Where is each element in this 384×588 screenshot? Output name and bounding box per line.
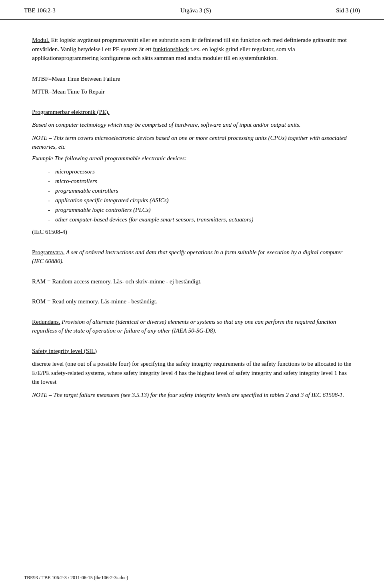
redundans-term: Redundans.	[32, 319, 60, 325]
redundans-paragraph: Redundans. Provision of alternate (ident…	[32, 317, 352, 335]
pe-heading-para: Programmerbar elektronik (PE).	[32, 108, 352, 117]
programvara-term: Programvara.	[32, 249, 64, 255]
ram-definition: RAM = Random access memory. Läs- och skr…	[32, 277, 352, 286]
footer-text: TBE93 / TBE 106:2-3 / 2011-06-15 (tbe106…	[24, 575, 128, 580]
header-page: Sid 3 (10)	[336, 7, 360, 14]
sil-note: NOTE – The target failure measures (see …	[32, 391, 352, 400]
list-item: micro-controllers	[48, 176, 352, 186]
sil-def1: discrete level (one out of a possible fo…	[32, 359, 352, 387]
modul-definition: Modul. Ett logiskt avgränsat programavsn…	[32, 36, 352, 63]
modul-paragraph: Modul. Ett logiskt avgränsat programavsn…	[32, 36, 352, 63]
list-item: other computer-based devices (for exampl…	[48, 215, 352, 224]
mtbf-section: MTBF=Mean Time Between Failure MTTR=Mean…	[32, 74, 352, 96]
list-item: application specific integrated cirquits…	[48, 195, 352, 205]
rom-paragraph: ROM = Read only memory. Läs-minne - best…	[32, 297, 352, 306]
rom-definition: ROM = Read only memory. Läs-minne - best…	[32, 297, 352, 306]
page-footer: TBE93 / TBE 106:2-3 / 2011-06-15 (tbe106…	[24, 573, 360, 581]
mttr-line: MTTR=Mean Time To Repair	[32, 87, 352, 96]
sil-term: Safety integrity level (SIL)	[32, 348, 97, 354]
pe-definition: Programmerbar elektronik (PE). Based on …	[32, 108, 352, 237]
rom-def: = Read only memory. Läs-minne - beständi…	[47, 298, 158, 305]
pe-example: Example The following areall programmabl…	[32, 154, 352, 163]
pe-term: Programmerbar elektronik (PE).	[32, 109, 110, 115]
content-area: Modul. Ett logiskt avgränsat programavsn…	[0, 20, 384, 435]
header-edition: Utgåva 3 (S)	[180, 7, 211, 14]
programvara-paragraph: Programvara. A set of ordered instructio…	[32, 248, 352, 266]
modul-term: Modul.	[32, 37, 50, 43]
pe-iec: (IEC 61508-4)	[32, 227, 352, 237]
pe-note: NOTE – This term covers micreoelectronic…	[32, 134, 352, 151]
redundans-definition: Redundans. Provision of alternate (ident…	[32, 317, 352, 335]
redundans-def: Provision of alternate (identical or div…	[32, 319, 336, 334]
ram-def: = Random access memory. Läs- och skriv-m…	[47, 278, 202, 285]
pe-list: microprocessors micro-controllers progra…	[48, 167, 352, 224]
list-item: microprocessors	[48, 167, 352, 176]
page-header: TBE 106:2-3 Utgåva 3 (S) Sid 3 (10)	[0, 0, 384, 20]
sil-heading-para: Safety integrity level (SIL)	[32, 347, 352, 356]
modul-def-text: Ett logiskt avgränsat programavsnitt ell…	[32, 37, 347, 61]
programvara-def: A set of ordered instructions and data t…	[32, 249, 342, 265]
ram-paragraph: RAM = Random access memory. Läs- och skr…	[32, 277, 352, 286]
list-item: programmable logic controllers (PLCs)	[48, 205, 352, 215]
list-item: programmable controllers	[48, 186, 352, 195]
mtbf-line: MTBF=Mean Time Between Failure	[32, 74, 352, 84]
pe-def1: Based on computer technology which may b…	[32, 120, 352, 130]
page: TBE 106:2-3 Utgåva 3 (S) Sid 3 (10) Modu…	[0, 0, 384, 588]
sil-definition: Safety integrity level (SIL) discrete le…	[32, 347, 352, 400]
programvara-definition: Programvara. A set of ordered instructio…	[32, 248, 352, 266]
ram-term: RAM	[32, 278, 46, 285]
header-title: TBE 106:2-3	[24, 7, 56, 14]
rom-term: ROM	[32, 298, 46, 305]
